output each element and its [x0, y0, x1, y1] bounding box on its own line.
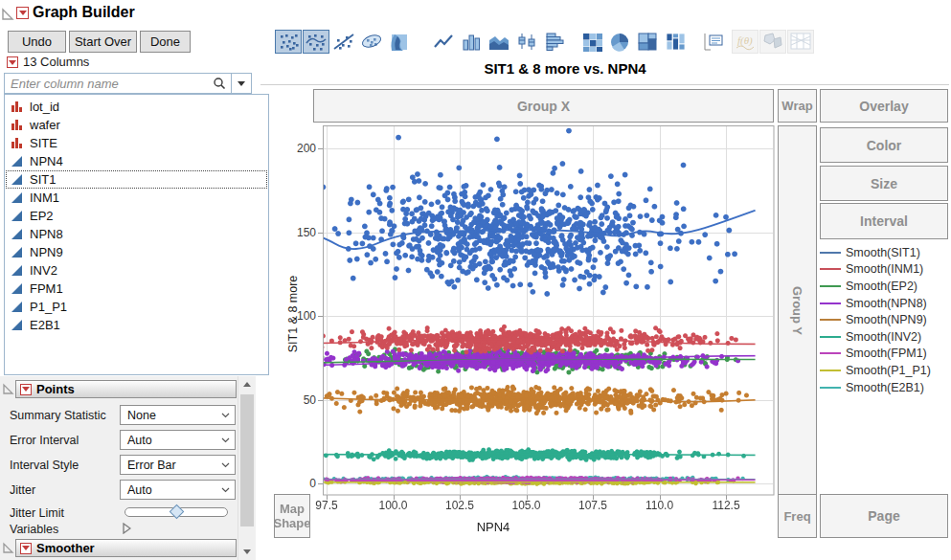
report-disclosure-icon[interactable] — [1, 7, 14, 21]
summary-statistic-label: Summary Statistic — [10, 409, 106, 422]
legend-label: Smooth(INM1) — [846, 262, 923, 276]
graph-type-map-shapes-icon — [759, 30, 786, 54]
continuous-column-icon — [11, 282, 23, 295]
column-item-P1_P1[interactable]: P1_P1 — [6, 298, 267, 316]
graph-type-line-icon[interactable] — [430, 30, 457, 54]
legend-swatch — [820, 336, 841, 338]
group-x-drop-zone[interactable]: Group X — [313, 89, 774, 123]
legend-item-smooth-npn8-[interactable]: Smooth(NPN8) — [820, 295, 951, 312]
done-button[interactable]: Done — [140, 31, 191, 53]
graph-type-ellipse-icon[interactable] — [358, 30, 385, 54]
column-search-input[interactable] — [5, 77, 213, 91]
y-tick-0: 0 — [276, 477, 316, 490]
continuous-column-icon — [11, 319, 23, 331]
jitter-dropdown[interactable]: Auto — [120, 480, 236, 500]
graph-type-parallel-icon — [787, 30, 814, 54]
legend-item-smooth-ep2-[interactable]: Smooth(EP2) — [820, 278, 951, 295]
map-shape-drop-zone[interactable]: Map Shape — [274, 494, 310, 538]
column-item-NPN9[interactable]: NPN9 — [6, 243, 267, 261]
points-panel-header[interactable]: Points — [15, 380, 237, 398]
legend-item-smooth-inv2-[interactable]: Smooth(INV2) — [820, 328, 951, 346]
column-item-SITE[interactable]: SITE — [6, 134, 267, 152]
smoother-panel-header[interactable]: Smoother — [15, 539, 237, 557]
points-disclosure-icon[interactable] — [2, 382, 14, 395]
x-tick-102.5: 102.5 — [439, 499, 481, 512]
y-tick-100: 100 — [276, 309, 316, 323]
scatter-plot-canvas[interactable] — [317, 125, 775, 501]
legend-item-smooth-npn9-[interactable]: Smooth(NPN9) — [820, 311, 951, 328]
variables-expand-icon[interactable] — [122, 523, 131, 534]
column-item-EP2[interactable]: EP2 — [6, 207, 267, 225]
column-item-E2B1[interactable]: E2B1 — [6, 316, 267, 334]
graph-type-points-icon[interactable] — [275, 30, 302, 54]
group-y-label: Group Y — [790, 285, 804, 334]
legend-label: Smooth(P1_P1) — [846, 364, 931, 377]
column-name: wafer — [30, 118, 60, 132]
smoother-disclosure-icon[interactable] — [2, 541, 14, 554]
legend-label: Smooth(INV2) — [846, 330, 921, 344]
graph-builder-red-triangle-menu[interactable] — [16, 7, 29, 19]
error-interval-label: Error Interval — [10, 434, 79, 447]
overlay-drop-zone[interactable]: Overlay — [820, 89, 948, 123]
legend-swatch — [820, 252, 841, 254]
scrollbar-thumb[interactable] — [240, 394, 254, 526]
interval-drop-zone[interactable]: Interval — [820, 203, 948, 239]
column-name: E2B1 — [30, 318, 60, 332]
legend-item-smooth-p1-p1-[interactable]: Smooth(P1_P1) — [820, 362, 951, 379]
graph-type-line-of-fit-icon[interactable] — [330, 30, 357, 54]
chevron-down-icon — [221, 413, 230, 418]
graph-builder-window: Graph Builder Undo Start Over Done f(θ) … — [0, 0, 951, 560]
legend-swatch — [820, 319, 841, 321]
graph-type-area-icon[interactable] — [486, 30, 512, 54]
start-over-button[interactable]: Start Over — [69, 31, 137, 53]
interval-style-label: Interval Style — [10, 459, 79, 472]
column-item-SIT1[interactable]: SIT1 — [6, 170, 267, 189]
scrollbar-down-button[interactable] — [238, 544, 256, 560]
undo-button[interactable]: Undo — [8, 31, 66, 53]
x-axis-label[interactable]: NPN4 — [436, 520, 551, 534]
column-item-wafer[interactable]: wafer — [6, 116, 267, 134]
legend-item-smooth-inm1-[interactable]: Smooth(INM1) — [820, 261, 951, 279]
legend-item-smooth-sit1-[interactable]: Smooth(SIT1) — [820, 244, 951, 261]
error-interval-dropdown[interactable]: Auto — [120, 430, 236, 450]
legend-swatch — [820, 370, 841, 371]
interval-style-value: Error Bar — [127, 459, 176, 472]
legend-swatch — [820, 268, 841, 270]
graph-type-smoother-icon[interactable] — [303, 30, 329, 54]
interval-style-dropdown[interactable]: Error Bar — [120, 455, 236, 475]
graph-type-heatmap-icon[interactable] — [578, 30, 605, 54]
wrap-drop-zone[interactable]: Wrap — [778, 89, 817, 123]
properties-scrollbar[interactable] — [238, 376, 256, 560]
legend-item-smooth-fpm1-[interactable]: Smooth(FPM1) — [820, 346, 951, 363]
column-name: SIT1 — [30, 172, 56, 187]
column-item-INM1[interactable]: INM1 — [6, 189, 267, 207]
column-item-FPM1[interactable]: FPM1 — [6, 280, 267, 298]
search-filter-dropdown[interactable] — [232, 81, 251, 86]
graph-type-treemap-icon[interactable] — [634, 30, 661, 54]
size-drop-zone[interactable]: Size — [820, 166, 948, 201]
graph-type-bar-icon[interactable] — [458, 30, 485, 54]
column-item-INV2[interactable]: INV2 — [6, 261, 267, 280]
columns-red-triangle-menu[interactable] — [7, 56, 18, 68]
graph-type-histogram-icon[interactable] — [541, 30, 568, 54]
scrollbar-up-button[interactable] — [238, 376, 256, 392]
variables-label: Variables — [10, 523, 58, 536]
column-item-NPN4[interactable]: NPN4 — [6, 152, 267, 170]
legend-item-smooth-e2b1-[interactable]: Smooth(E2B1) — [820, 379, 951, 396]
search-icon — [213, 77, 226, 90]
graph-type-box-plot-icon[interactable] — [513, 30, 540, 54]
legend-label: Smooth(E2B1) — [846, 381, 924, 394]
page-drop-zone[interactable]: Page — [820, 494, 948, 538]
column-item-lot_id[interactable]: lot_id — [6, 98, 267, 116]
group-y-drop-zone[interactable]: Group Y — [778, 125, 817, 495]
freq-drop-zone[interactable]: Freq — [778, 494, 817, 538]
graph-type-caption-box-icon[interactable] — [700, 30, 727, 54]
points-red-triangle-menu[interactable] — [20, 384, 32, 395]
graph-type-mosaic-icon[interactable] — [662, 30, 689, 54]
summary-statistic-dropdown[interactable]: None — [120, 405, 236, 425]
graph-type-pie-icon[interactable] — [606, 30, 633, 54]
column-item-NPN8[interactable]: NPN8 — [6, 225, 267, 243]
smoother-red-triangle-menu[interactable] — [20, 543, 32, 554]
graph-type-contour-icon[interactable] — [386, 30, 413, 54]
color-drop-zone[interactable]: Color — [820, 127, 948, 163]
